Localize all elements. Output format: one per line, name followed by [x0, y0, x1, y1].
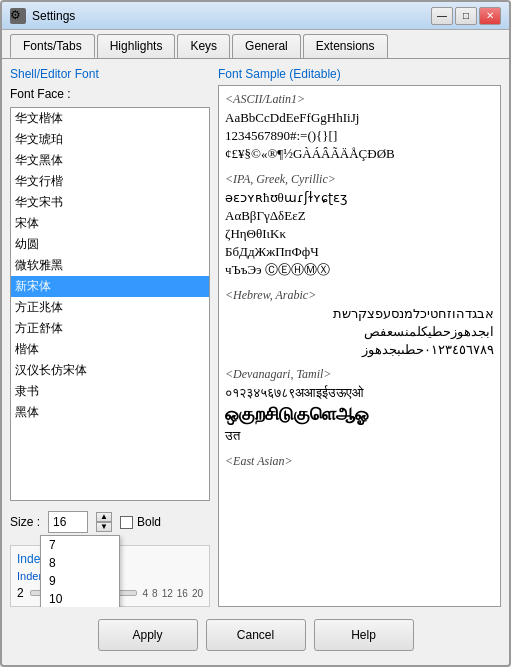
size-controls: Size : ▲ ▼ Bold 7 8 9 10: [10, 507, 210, 537]
list-item[interactable]: 黑体: [11, 402, 209, 423]
sample-heading: <East Asian>: [225, 454, 494, 469]
dropdown-item[interactable]: 7: [41, 536, 119, 554]
shell-editor-font-label: Shell/Editor Font: [10, 67, 210, 81]
main-content: Shell/Editor Font Font Face : 华文楷体 华文琥珀 …: [2, 59, 509, 665]
settings-icon: ⚙: [10, 8, 26, 24]
sample-section-ipa: <IPA, Greek, Cyrillic> əɛɔʏʀħʊθɯɾʃɫʏɕʈɛʒ…: [225, 172, 494, 280]
list-item[interactable]: 幼圆: [11, 234, 209, 255]
sample-heading: <IPA, Greek, Cyrillic>: [225, 172, 494, 187]
tab-extensions[interactable]: Extensions: [303, 34, 388, 58]
dropdown-item[interactable]: 10: [41, 590, 119, 607]
size-dropdown[interactable]: 7 8 9 10 11 12 13 14 16 18 20 22: [40, 535, 120, 607]
maximize-button[interactable]: □: [455, 7, 477, 25]
dropdown-item[interactable]: 9: [41, 572, 119, 590]
sample-section-devanagari: <Devanagari, Tamil> ०१२३४५६७८९अआइईउऊएओ ஒ…: [225, 367, 494, 446]
apply-button[interactable]: Apply: [98, 619, 198, 651]
sample-text: אבגדהוזחטיכלמנסעפצקרשת ابجدهوزحطيكلمنسعف…: [225, 305, 494, 360]
list-item[interactable]: 华文宋书: [11, 192, 209, 213]
title-bar: ⚙ Settings — □ ✕: [2, 2, 509, 30]
size-spinner: ▲ ▼: [96, 512, 112, 532]
settings-window: ⚙ Settings — □ ✕ Fonts/Tabs Highlights K…: [0, 0, 511, 667]
list-item[interactable]: 微软雅黑: [11, 255, 209, 276]
right-panel: Font Sample (Editable) <ASCII/Latin1> Aa…: [218, 67, 501, 607]
sample-heading: <Hebrew, Arabic>: [225, 288, 494, 303]
font-face-label: Font Face :: [10, 87, 210, 101]
sample-text: AaBbCcDdEeFfGgHhIiJj 1234567890#:=(){}[]…: [225, 109, 494, 164]
sample-section-east-asian: <East Asian>: [225, 454, 494, 469]
size-up-button[interactable]: ▲: [96, 512, 112, 522]
tabs-bar: Fonts/Tabs Highlights Keys General Exten…: [2, 30, 509, 59]
tab-keys[interactable]: Keys: [177, 34, 230, 58]
width-marks: 4 8 12 16 20: [143, 588, 204, 599]
font-sample-box[interactable]: <ASCII/Latin1> AaBbCcDdEeFfGgHhIiJj 1234…: [218, 85, 501, 607]
dropdown-item[interactable]: 8: [41, 554, 119, 572]
list-item[interactable]: 汉仪长仿宋体: [11, 360, 209, 381]
sample-text: əɛɔʏʀħʊθɯɾʃɫʏɕʈɛʒ ΑαΒβΓγΔδΕεΖ ζΗηΘθΙιΚκ …: [225, 189, 494, 280]
list-item[interactable]: 方正舒体: [11, 318, 209, 339]
list-item[interactable]: 楷体: [11, 339, 209, 360]
font-list[interactable]: 华文楷体 华文琥珀 华文黑体 华文行楷 华文宋书 宋体 幼圆 微软雅黑 新宋体 …: [11, 108, 209, 500]
cancel-button[interactable]: Cancel: [206, 619, 306, 651]
list-item[interactable]: 华文行楷: [11, 171, 209, 192]
list-item[interactable]: 隶书: [11, 381, 209, 402]
tab-highlights[interactable]: Highlights: [97, 34, 176, 58]
close-button[interactable]: ✕: [479, 7, 501, 25]
window-title: Settings: [32, 9, 75, 23]
size-down-button[interactable]: ▼: [96, 522, 112, 532]
tab-general[interactable]: General: [232, 34, 301, 58]
bold-checkbox-label[interactable]: Bold: [120, 515, 161, 529]
title-buttons: — □ ✕: [431, 7, 501, 25]
list-item-selected[interactable]: 新宋体: [11, 276, 209, 297]
font-sample-label: Font Sample (Editable): [218, 67, 501, 81]
sample-heading: <ASCII/Latin1>: [225, 92, 494, 107]
title-bar-left: ⚙ Settings: [10, 8, 75, 24]
sample-section-ascii: <ASCII/Latin1> AaBbCcDdEeFfGgHhIiJj 1234…: [225, 92, 494, 164]
size-label: Size :: [10, 515, 40, 529]
footer-buttons: Apply Cancel Help: [10, 613, 501, 657]
minimize-button[interactable]: —: [431, 7, 453, 25]
list-item[interactable]: 华文黑体: [11, 150, 209, 171]
tab-fonts-tabs[interactable]: Fonts/Tabs: [10, 34, 95, 58]
font-list-container: 华文楷体 华文琥珀 华文黑体 华文行楷 华文宋书 宋体 幼圆 微软雅黑 新宋体 …: [10, 107, 210, 501]
tab-value: 2: [17, 586, 24, 600]
sample-text: ०१२३४५६७८९अआइईउऊएओ ஒகுறசிடுகுளெஆஓ उत: [225, 384, 494, 446]
size-input[interactable]: [48, 511, 88, 533]
list-item[interactable]: 宋体: [11, 213, 209, 234]
sample-section-hebrew: <Hebrew, Arabic> אבגדהוזחטיכלמנסעפצקרשת …: [225, 288, 494, 360]
left-panel: Shell/Editor Font Font Face : 华文楷体 华文琥珀 …: [10, 67, 210, 607]
list-item[interactable]: 华文琥珀: [11, 129, 209, 150]
main-row: Shell/Editor Font Font Face : 华文楷体 华文琥珀 …: [10, 67, 501, 607]
list-item[interactable]: 华文楷体: [11, 108, 209, 129]
help-button[interactable]: Help: [314, 619, 414, 651]
sample-heading: <Devanagari, Tamil>: [225, 367, 494, 382]
list-item[interactable]: 方正兆体: [11, 297, 209, 318]
bold-checkbox[interactable]: [120, 516, 133, 529]
